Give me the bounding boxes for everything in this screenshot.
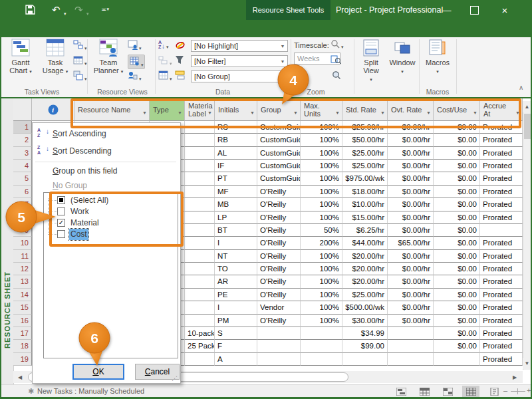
cell-ovt_rate[interactable]: $0.00/hr [388,172,434,185]
cell-max_units[interactable]: 100% [301,160,342,172]
column-header-ovt_rate[interactable]: Ovt. Rate▼ [388,98,434,121]
cell-cost_use[interactable]: $0.00 [434,237,480,249]
cell-accrue_at[interactable]: Prorated [480,121,523,134]
cell-group[interactable]: O'Reilly [257,315,301,327]
row-id-cell[interactable]: 11 [13,250,32,263]
cell-material_label[interactable] [185,263,215,275]
cell-group[interactable]: O'Reilly [257,211,301,224]
cell-cost_use[interactable]: $0.00 [434,327,480,340]
row-id-cell[interactable]: 13 [13,275,32,288]
cell-group[interactable]: CustomGuid [257,147,301,160]
cell-max_units[interactable]: 100% [301,250,342,263]
cell-max_units[interactable]: 100% [301,275,342,288]
row-id-cell[interactable]: 16 [13,315,32,327]
cell-accrue_at[interactable]: Prorated [480,250,523,263]
filter-item-cost[interactable]: Cost [44,229,177,240]
cell-max_units[interactable]: 100% [301,289,342,301]
cell-initials[interactable]: LP [215,211,257,224]
cell-initials[interactable]: PM [215,315,257,327]
zoom-button[interactable]: ▾ [331,39,346,53]
cell-initials[interactable]: I [215,301,257,314]
cell-ovt_rate[interactable]: $0.00/hr [388,289,434,301]
cell-material_label[interactable] [185,289,215,301]
cell-accrue_at[interactable]: Prorated [480,263,523,275]
cell-ovt_rate[interactable]: $0.00/hr [388,250,434,263]
cell-material_label[interactable]: 10-pack [185,327,215,340]
cell-group[interactable]: CustomGuid [257,121,301,134]
row-id-cell[interactable]: 15 [13,301,32,314]
group-by-icon[interactable] [175,70,191,84]
cell-accrue_at[interactable]: Prorated [480,289,523,301]
cell-std_rate[interactable]: $30.00/hr [342,315,388,327]
cell-accrue_at[interactable]: Prorated [480,353,523,366]
cell-initials[interactable]: IF [215,160,257,172]
column-header-accrue_at[interactable]: Accrue At▼ [480,98,523,121]
maximize-button[interactable] [463,0,485,20]
cell-max_units[interactable]: 200% [301,237,342,249]
row-id-cell[interactable]: 12 [13,263,32,275]
view-team-planner-icon[interactable] [439,386,456,397]
cell-initials[interactable]: MF [215,186,257,198]
cell-group[interactable]: O'Reilly [257,263,301,275]
resource-usage-button[interactable]: ▾ [128,40,144,53]
filter-item-selectall[interactable]: (Select All) [44,195,177,206]
cell-std_rate[interactable]: $10.00/hr [342,198,388,211]
zoom-slider[interactable] [511,391,525,392]
cell-std_rate[interactable]: $20.00/hr [342,263,388,275]
cell-ovt_rate[interactable]: $0.00/hr [388,147,434,160]
outline-button[interactable]: ▾ [158,55,174,68]
cell-initials[interactable]: I [215,237,257,249]
cell-std_rate[interactable]: $20.00/hr [342,250,388,263]
cell-material_label[interactable] [185,353,215,366]
cell-group[interactable]: O'Reilly [257,198,301,211]
cell-accrue_at[interactable]: Prorated [480,160,523,172]
filter-item-work[interactable]: Work [44,206,177,217]
cell-material_label[interactable] [185,134,215,146]
cell-max_units[interactable]: 100% [301,211,342,224]
row-id-cell[interactable]: 17 [13,327,32,340]
cell-initials[interactable]: BT [215,224,257,237]
cell-initials[interactable]: RS [215,121,257,134]
cell-material_label[interactable] [185,224,215,237]
zoom-out-button[interactable]: – [503,386,507,394]
cell-cost_use[interactable]: $0.00 [434,160,480,172]
cell-group[interactable]: O'Reilly [257,237,301,249]
cell-accrue_at[interactable]: Prorated [480,301,523,314]
cell-max_units[interactable]: 50% [301,224,342,237]
cell-material_label[interactable] [185,315,215,327]
resource-sheet-button[interactable]: ▾ [128,55,145,69]
cell-cost_use[interactable]: $0.00 [434,275,480,288]
group-combo[interactable]: [No Group]▼ [191,70,288,82]
cell-cost_use[interactable]: $0.00 [434,121,480,134]
cell-ovt_rate[interactable]: $0.00/hr [388,134,434,146]
cell-ovt_rate[interactable]: $0.00/hr [388,224,434,237]
macros-button[interactable]: Macros▾ [422,39,454,86]
filter-combo[interactable]: [No Filter]▼ [191,55,288,67]
cell-ovt_rate[interactable] [388,353,434,366]
cell-material_label[interactable] [185,198,215,211]
cell-ovt_rate[interactable]: $0.00/hr [388,211,434,224]
cell-initials[interactable]: PE [215,289,257,301]
cell-group[interactable]: O'Reilly [257,224,301,237]
row-id-cell[interactable]: 1 [13,121,32,134]
cell-max_units[interactable] [301,340,342,352]
resize-grip[interactable]: ⋰ [172,375,178,382]
cell-cost_use[interactable] [434,353,480,366]
cell-initials[interactable]: AL [215,147,257,160]
row-id-cell[interactable]: 14 [13,289,32,301]
cell-material_label[interactable] [185,250,215,263]
cell-initials[interactable]: PT [215,172,257,185]
cell-std_rate[interactable]: $25.00/hr [342,147,388,160]
cell-std_rate[interactable]: $6.25/hr [342,224,388,237]
row-id-cell[interactable]: 19 [13,353,32,366]
cell-cost_use[interactable]: $0.00 [434,172,480,185]
highlight-icon[interactable] [175,40,191,53]
scroll-left-button[interactable]: ◀ [15,372,25,382]
cell-ovt_rate[interactable]: $65.00/hr [388,237,434,249]
cell-std_rate[interactable]: $500.00/wk [342,301,388,314]
cell-cost_use[interactable]: $0.00 [434,289,480,301]
cell-max_units[interactable]: 100% [301,301,342,314]
highlight-combo[interactable]: [No Highlight]▼ [191,40,288,52]
cell-material_label[interactable] [185,121,215,134]
filter-item-material[interactable]: ✓Material [44,217,177,229]
